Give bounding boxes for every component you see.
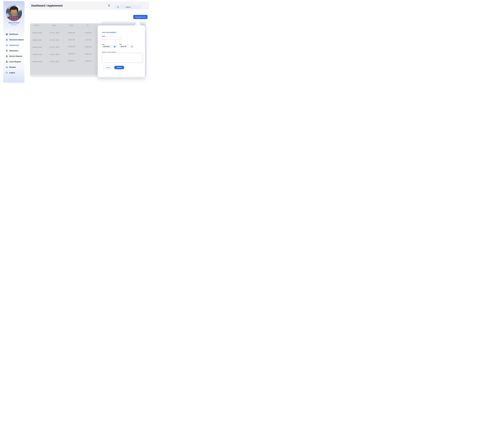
sidebar-item-reviews[interactable]: Reviews [3, 65, 25, 69]
modal-arrow-tip [137, 19, 138, 20]
sidebar-item-leave-request[interactable]: Leave Request [3, 60, 25, 64]
topbar: Dashboard / Appionment Search [29, 1, 149, 10]
search-label: Search [115, 5, 142, 9]
cell-client: Manoj Kumar [33, 32, 42, 34]
name-input[interactable] [102, 37, 122, 40]
cell-client: Manoj Kumar [33, 54, 42, 55]
cell-to: 10:00 AM [85, 53, 91, 55]
cell-client: Manoj Kumar [33, 61, 42, 63]
reviews-icon [6, 66, 8, 68]
clock-icon[interactable] [131, 46, 133, 47]
cell-from: 09:00 AM [68, 46, 75, 48]
sidebar-item-attendance[interactable]: Attendance [3, 49, 25, 53]
profile-name: Manoj Kumar [3, 22, 25, 24]
dashboard-icon [6, 33, 8, 35]
leave-request-icon [6, 61, 8, 63]
column-header-to[interactable]: To [87, 24, 89, 27]
cell-date: 22 OCT, 2020 [49, 39, 59, 41]
modal-title: ADD APPIONMENT [102, 32, 117, 33]
sidebar-item-dashboard[interactable]: Dashboard [3, 32, 25, 36]
date-field [102, 45, 117, 48]
sidebar-item-document-upload[interactable]: Document Upload [3, 38, 25, 42]
date-input[interactable] [103, 45, 112, 48]
appointment-icon [6, 44, 8, 46]
cell-to: 10:00 AM [85, 32, 91, 34]
cell-to: 10:00 AM [85, 46, 91, 48]
add-appointment-button[interactable]: Add Appionment [133, 15, 147, 19]
cell-to: 10:00 AM [85, 60, 91, 62]
add-appointment-modal: ADD APPIONMENT NAME DATE TIME Reason for… [98, 25, 145, 77]
sidebar-item-service-request[interactable]: Service Request [3, 54, 25, 58]
date-label: DATE [102, 44, 105, 45]
logout-icon [6, 72, 8, 74]
attendance-icon [6, 50, 8, 52]
cell-client: Manoj Kumar [33, 39, 42, 41]
bell-icon[interactable] [108, 4, 110, 7]
page-title: Dashboard / Appionment [31, 4, 63, 7]
avatar [6, 5, 22, 21]
cell-date: 22 OCT, 2020 [49, 54, 59, 55]
submit-button[interactable]: Submit [114, 66, 124, 69]
calendar-icon[interactable] [114, 46, 116, 47]
sidebar: Manoj Kumar Accountant Dashboard Documen… [3, 1, 25, 83]
name-label: NAME [102, 36, 105, 37]
cell-from: 09:00 AM [68, 32, 75, 34]
column-header-date[interactable]: Date [52, 24, 56, 27]
column-header-from[interactable]: From [69, 24, 73, 27]
reason-textarea[interactable] [102, 53, 143, 63]
cell-from: 09:00 AM [68, 39, 75, 41]
sidebar-nav: Dashboard Document Upload Appoinment Att… [3, 32, 25, 76]
time-field [119, 45, 134, 48]
reason-label: Reason for Service Request [102, 52, 116, 53]
cell-client: Manoj Kumar [33, 46, 42, 48]
cell-from: 09:00 AM [68, 53, 75, 55]
avatar-fringe [10, 8, 17, 10]
app-root: Manoj Kumar Accountant Dashboard Documen… [0, 0, 155, 83]
profile-role: Accountant [3, 24, 25, 25]
cell-date: 22 OCT, 2020 [49, 32, 59, 34]
cell-date: 22 OCT, 2020 [49, 61, 59, 63]
cell-to: 10:00 AM [85, 39, 91, 41]
cancel-button[interactable]: Cancel [103, 66, 113, 69]
cell-from: 09:00 AM [68, 60, 75, 62]
document-upload-icon [6, 39, 8, 41]
time-input[interactable] [121, 45, 129, 48]
time-label: TIME [119, 44, 122, 45]
column-header-client[interactable]: Client [34, 24, 39, 27]
cell-date: 22 OCT, 2020 [49, 46, 59, 48]
service-request-icon [6, 55, 8, 57]
sidebar-item-logout[interactable]: Logout [3, 71, 25, 75]
search-box[interactable]: Search [115, 5, 142, 9]
sidebar-item-appoinment[interactable]: Appoinment [3, 43, 25, 47]
